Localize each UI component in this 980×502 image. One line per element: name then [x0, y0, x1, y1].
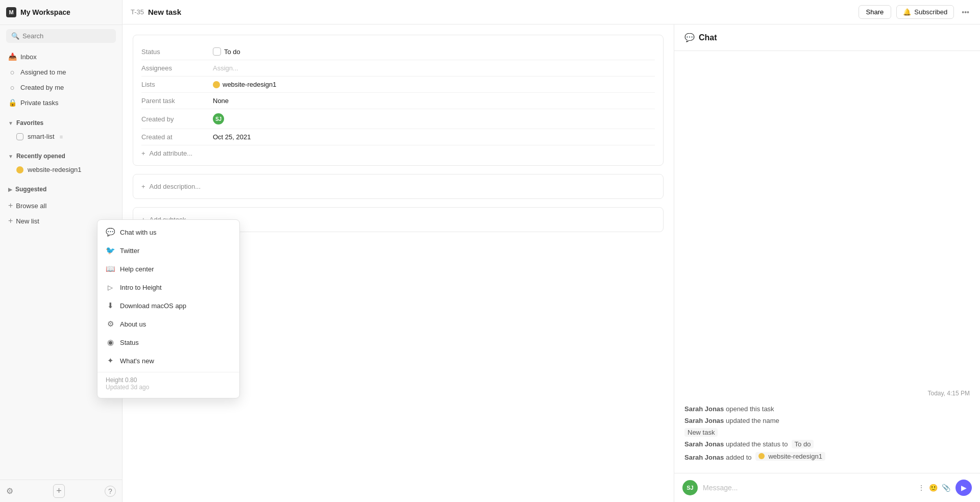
- about-label: About us: [120, 320, 146, 328]
- version-text: Height 0.80: [106, 376, 231, 384]
- about-icon: ⚙: [106, 319, 115, 329]
- dropdown-item-whats-new[interactable]: ✦ What's new: [97, 352, 239, 370]
- whats-new-label: What's new: [120, 357, 154, 365]
- whats-new-icon: ✦: [106, 356, 115, 365]
- download-icon: ⬇: [106, 301, 115, 310]
- dropdown-menu: 💬 Chat with us 🐦 Twitter 📖 Help center ▷…: [97, 219, 240, 398]
- dropdown-item-twitter[interactable]: 🐦 Twitter: [97, 241, 239, 260]
- intro-icon: ▷: [106, 283, 115, 292]
- dropdown-item-about[interactable]: ⚙ About us: [97, 315, 239, 333]
- intro-label: Intro to Height: [120, 284, 162, 291]
- twitter-label: Twitter: [120, 247, 139, 255]
- download-label: Download macOS app: [120, 302, 186, 310]
- dropdown-footer: Height 0.80 Updated 3d ago: [97, 372, 239, 395]
- status-label: Status: [120, 339, 139, 346]
- help-center-icon: 📖: [106, 264, 115, 273]
- dropdown-item-status[interactable]: ◉ Status: [97, 333, 239, 352]
- dropdown-item-download[interactable]: ⬇ Download macOS app: [97, 296, 239, 315]
- updated-text: Updated 3d ago: [106, 384, 231, 391]
- status-icon: ◉: [106, 338, 115, 347]
- dropdown-item-chat-with-us[interactable]: 💬 Chat with us: [97, 223, 239, 241]
- dropdown-item-intro[interactable]: ▷ Intro to Height: [97, 278, 239, 296]
- chat-with-us-icon: 💬: [106, 228, 115, 237]
- dropdown-item-help-center[interactable]: 📖 Help center: [97, 260, 239, 278]
- chat-with-us-label: Chat with us: [120, 229, 157, 236]
- twitter-icon: 🐦: [106, 246, 115, 255]
- help-center-label: Help center: [120, 265, 154, 273]
